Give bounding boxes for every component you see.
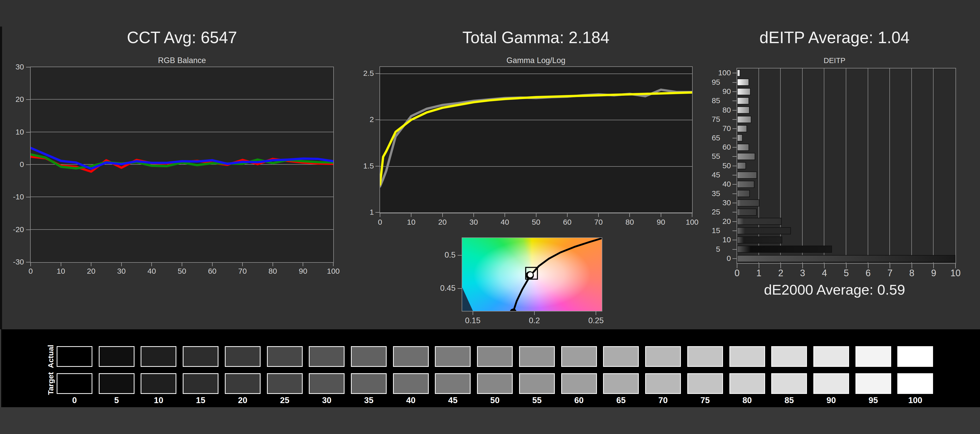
rgb-xtick-label: 0 <box>19 266 42 276</box>
target-swatch-30 <box>309 373 345 394</box>
deitp-bar-40 <box>737 181 754 188</box>
rgb-xtick <box>151 263 152 266</box>
cie-xtick <box>473 311 473 315</box>
target-swatch-65 <box>603 373 639 394</box>
deitp-bar-50 <box>737 162 746 169</box>
deitp-ytick <box>732 110 737 110</box>
gamma-xtick-label: 100 <box>681 217 703 227</box>
deitp-xtick-label: 9 <box>922 268 945 278</box>
target-swatch-50 <box>477 373 513 394</box>
ramp-level-label: 80 <box>726 396 768 405</box>
rgb-ytick <box>26 99 30 100</box>
gamma-ytick-label: 2 <box>352 115 374 124</box>
gamma-ytick-label: 1.5 <box>352 161 374 171</box>
actual-swatch-80 <box>729 346 765 367</box>
deitp-ytick-label: 65 <box>700 133 720 142</box>
deitp-xtick-label: 6 <box>857 268 880 278</box>
rgb-xtick <box>303 263 303 266</box>
actual-swatch-20 <box>225 346 261 367</box>
actual-swatch-75 <box>687 346 723 367</box>
ramp-level-label: 40 <box>390 396 432 405</box>
deitp-bar-90 <box>737 88 751 95</box>
rgb-xtick-label: 50 <box>170 266 193 276</box>
gamma-xtick-label: 90 <box>649 217 673 227</box>
rgb-xtick-label: 90 <box>291 266 314 276</box>
gamma-xtick <box>380 214 380 217</box>
rgb-xtick <box>30 263 31 266</box>
cie-ytick <box>458 255 462 255</box>
gamma-ytick <box>375 166 380 166</box>
rgb-ytick <box>26 230 30 230</box>
deitp-xtick-label: 5 <box>835 268 858 278</box>
white-point-dot <box>528 272 533 277</box>
rgb-ytick <box>26 197 30 197</box>
gamma-xtick-label: 10 <box>400 217 423 227</box>
ramp-level-label: 45 <box>432 396 474 405</box>
target-swatch-55 <box>519 373 555 394</box>
ramp-level-label: 55 <box>516 396 558 405</box>
deitp-ytick <box>732 147 737 148</box>
deitp-ytick <box>732 240 737 240</box>
ramp-level-label: 85 <box>768 396 810 405</box>
actual-swatch-95 <box>856 346 891 367</box>
gamma-xtick-label: 70 <box>587 217 610 227</box>
actual-swatch-85 <box>771 346 807 367</box>
deitp-ytick-label: 60 <box>711 142 731 152</box>
deitp-xtick-label: 2 <box>769 268 792 278</box>
deitp-ytick <box>732 212 737 212</box>
deitp-ytick <box>732 73 737 73</box>
cie-xtick <box>596 311 596 315</box>
gamma-xtick <box>629 214 630 217</box>
actual-swatch-0 <box>57 346 92 367</box>
deitp-ytick-label: 10 <box>711 235 731 244</box>
deitp-gridline-3 <box>802 69 803 263</box>
actual-swatch-15 <box>183 346 218 367</box>
gamma-ytick <box>375 120 380 120</box>
deitp-ytick-label: 80 <box>711 105 731 115</box>
rgb-xtick-label: 10 <box>49 266 73 276</box>
gamma-lines-svg <box>380 67 692 213</box>
ramp-level-label: 75 <box>684 396 726 405</box>
deitp-ytick-label: 0 <box>711 254 731 263</box>
target-swatch-75 <box>687 373 723 394</box>
rgb-ytick <box>26 164 30 165</box>
deitp-ytick-label: 5 <box>700 244 720 254</box>
grayscale-ramp-strip: 0510152025303540455055606570758085909510… <box>0 329 980 407</box>
cie-xtick-label: 0.25 <box>581 316 611 325</box>
ramp-level-label: 25 <box>264 396 306 405</box>
target-swatch-0 <box>57 373 92 394</box>
deitp-xtick-label: 4 <box>813 268 836 278</box>
rgb-balance-subtitle: RGB Balance <box>5 56 360 65</box>
cie-ytick <box>458 288 462 289</box>
deitp-ytick <box>732 166 737 166</box>
deitp-subtitle: DEITP <box>657 56 980 65</box>
target-swatch-35 <box>351 373 387 394</box>
rgb-xtick <box>121 263 122 266</box>
ramp-level-label: 5 <box>96 396 138 405</box>
gamma-xtick-label: 60 <box>556 217 579 227</box>
deitp-ytick <box>732 91 737 92</box>
rgb-ytick-label: 20 <box>2 95 24 104</box>
rgb-ytick-label: 10 <box>2 128 24 137</box>
target-swatch-15 <box>183 373 218 394</box>
target-swatch-60 <box>561 373 597 394</box>
calibration-report: CCT Avg: 6547 RGB Balance Total Gamma: 2… <box>0 0 980 434</box>
deitp-bar-25 <box>737 209 757 216</box>
rgb-ytick-label: -10 <box>2 192 24 201</box>
deitp-ytick <box>732 249 737 250</box>
ramp-level-label: 35 <box>348 396 390 405</box>
ramp-level-label: 95 <box>853 396 894 405</box>
deitp-ytick-label: 20 <box>711 217 731 226</box>
deitp-bar-85 <box>737 97 749 104</box>
deitp-gridline-6 <box>868 69 868 263</box>
deitp-bar-35 <box>737 190 750 197</box>
gamma-xtick <box>661 214 661 217</box>
ramp-level-label: 20 <box>222 396 264 405</box>
rgb-xtick <box>333 263 334 266</box>
target-swatch-85 <box>771 373 807 394</box>
deitp-bar-0 <box>737 255 956 262</box>
gamma-ytick <box>375 73 380 74</box>
deitp-ytick <box>732 82 737 83</box>
target-swatch-20 <box>225 373 261 394</box>
ramp-level-label: 10 <box>138 396 180 405</box>
